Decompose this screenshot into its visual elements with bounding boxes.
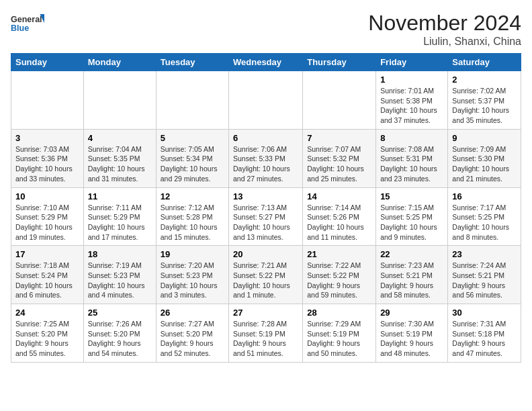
- day-number: 18: [88, 249, 152, 259]
- day-detail: Sunrise: 7:31 AM Sunset: 5:18 PM Dayligh…: [452, 319, 517, 359]
- svg-text:Blue: Blue: [11, 24, 29, 33]
- day-detail: Sunrise: 7:09 AM Sunset: 5:30 PM Dayligh…: [452, 144, 517, 184]
- day-number: 22: [380, 249, 443, 259]
- page-header: General Blue November 2024 Liulin, Shanx…: [11, 11, 521, 48]
- day-cell: 21Sunrise: 7:22 AM Sunset: 5:22 PM Dayli…: [303, 246, 376, 304]
- day-number: 20: [233, 249, 298, 259]
- weekday-header-row: SundayMondayTuesdayWednesdayThursdayFrid…: [11, 54, 521, 71]
- day-detail: Sunrise: 7:26 AM Sunset: 5:20 PM Dayligh…: [88, 319, 152, 359]
- day-cell: 8Sunrise: 7:08 AM Sunset: 5:31 PM Daylig…: [376, 129, 448, 187]
- logo: General Blue: [11, 11, 44, 38]
- day-cell: 10Sunrise: 7:10 AM Sunset: 5:29 PM Dayli…: [11, 187, 84, 246]
- weekday-header-thursday: Thursday: [303, 54, 376, 71]
- day-number: 29: [380, 308, 443, 318]
- day-detail: Sunrise: 7:03 AM Sunset: 5:36 PM Dayligh…: [15, 144, 79, 184]
- day-cell: 11Sunrise: 7:11 AM Sunset: 5:29 PM Dayli…: [83, 187, 156, 246]
- day-cell: 28Sunrise: 7:29 AM Sunset: 5:19 PM Dayli…: [303, 304, 376, 363]
- day-cell: 9Sunrise: 7:09 AM Sunset: 5:30 PM Daylig…: [448, 129, 521, 187]
- calendar-table: SundayMondayTuesdayWednesdayThursdayFrid…: [11, 53, 521, 363]
- day-number: 2: [452, 75, 517, 85]
- day-number: 25: [88, 308, 152, 318]
- day-cell: 15Sunrise: 7:15 AM Sunset: 5:25 PM Dayli…: [376, 187, 448, 246]
- day-cell: 23Sunrise: 7:24 AM Sunset: 5:21 PM Dayli…: [448, 246, 521, 304]
- day-cell: 19Sunrise: 7:20 AM Sunset: 5:23 PM Dayli…: [156, 246, 228, 304]
- day-number: 8: [380, 133, 443, 143]
- day-cell: [229, 71, 303, 130]
- day-detail: Sunrise: 7:21 AM Sunset: 5:22 PM Dayligh…: [233, 261, 298, 300]
- week-row-2: 3Sunrise: 7:03 AM Sunset: 5:36 PM Daylig…: [11, 129, 521, 187]
- day-cell: 22Sunrise: 7:23 AM Sunset: 5:21 PM Dayli…: [376, 246, 448, 304]
- day-detail: Sunrise: 7:15 AM Sunset: 5:25 PM Dayligh…: [380, 203, 443, 242]
- day-number: 12: [161, 191, 224, 201]
- day-number: 13: [233, 191, 298, 201]
- day-number: 9: [452, 133, 517, 143]
- logo-svg: General Blue: [11, 11, 44, 38]
- day-number: 10: [15, 191, 79, 201]
- day-detail: Sunrise: 7:12 AM Sunset: 5:28 PM Dayligh…: [161, 203, 224, 242]
- day-detail: Sunrise: 7:18 AM Sunset: 5:24 PM Dayligh…: [15, 261, 79, 300]
- day-detail: Sunrise: 7:17 AM Sunset: 5:25 PM Dayligh…: [452, 203, 517, 242]
- day-detail: Sunrise: 7:23 AM Sunset: 5:21 PM Dayligh…: [380, 261, 443, 300]
- day-detail: Sunrise: 7:29 AM Sunset: 5:19 PM Dayligh…: [307, 319, 371, 359]
- day-cell: 12Sunrise: 7:12 AM Sunset: 5:28 PM Dayli…: [156, 187, 228, 246]
- weekday-header-friday: Friday: [376, 54, 448, 71]
- weekday-header-sunday: Sunday: [11, 54, 84, 71]
- weekday-header-tuesday: Tuesday: [156, 54, 228, 71]
- day-cell: 14Sunrise: 7:14 AM Sunset: 5:26 PM Dayli…: [303, 187, 376, 246]
- day-detail: Sunrise: 7:28 AM Sunset: 5:19 PM Dayligh…: [233, 319, 298, 359]
- title-block: November 2024 Liulin, Shanxi, China: [368, 11, 521, 48]
- day-number: 30: [452, 308, 517, 318]
- day-cell: 4Sunrise: 7:04 AM Sunset: 5:35 PM Daylig…: [83, 129, 156, 187]
- day-cell: 16Sunrise: 7:17 AM Sunset: 5:25 PM Dayli…: [448, 187, 521, 246]
- day-detail: Sunrise: 7:04 AM Sunset: 5:35 PM Dayligh…: [88, 144, 152, 184]
- day-number: 23: [452, 249, 517, 259]
- day-cell: 7Sunrise: 7:07 AM Sunset: 5:32 PM Daylig…: [303, 129, 376, 187]
- day-number: 6: [233, 133, 298, 143]
- day-cell: 29Sunrise: 7:30 AM Sunset: 5:19 PM Dayli…: [376, 304, 448, 363]
- day-cell: 6Sunrise: 7:06 AM Sunset: 5:33 PM Daylig…: [229, 129, 303, 187]
- day-number: 16: [452, 191, 517, 201]
- day-detail: Sunrise: 7:05 AM Sunset: 5:34 PM Dayligh…: [161, 144, 224, 184]
- day-number: 26: [161, 308, 224, 318]
- day-number: 21: [307, 249, 371, 259]
- day-number: 14: [307, 191, 371, 201]
- location: Liulin, Shanxi, China: [368, 36, 521, 48]
- day-cell: 27Sunrise: 7:28 AM Sunset: 5:19 PM Dayli…: [229, 304, 303, 363]
- day-cell: 24Sunrise: 7:25 AM Sunset: 5:20 PM Dayli…: [11, 304, 84, 363]
- day-number: 19: [161, 249, 224, 259]
- day-number: 24: [15, 308, 79, 318]
- weekday-header-monday: Monday: [83, 54, 156, 71]
- day-number: 7: [307, 133, 371, 143]
- day-detail: Sunrise: 7:27 AM Sunset: 5:20 PM Dayligh…: [161, 319, 224, 359]
- day-detail: Sunrise: 7:01 AM Sunset: 5:38 PM Dayligh…: [380, 86, 443, 126]
- day-cell: 17Sunrise: 7:18 AM Sunset: 5:24 PM Dayli…: [11, 246, 84, 304]
- day-cell: 3Sunrise: 7:03 AM Sunset: 5:36 PM Daylig…: [11, 129, 84, 187]
- day-number: 4: [88, 133, 152, 143]
- day-detail: Sunrise: 7:24 AM Sunset: 5:21 PM Dayligh…: [452, 261, 517, 300]
- weekday-header-wednesday: Wednesday: [229, 54, 303, 71]
- day-cell: 13Sunrise: 7:13 AM Sunset: 5:27 PM Dayli…: [229, 187, 303, 246]
- day-cell: [11, 71, 84, 130]
- day-number: 1: [380, 75, 443, 85]
- day-detail: Sunrise: 7:14 AM Sunset: 5:26 PM Dayligh…: [307, 203, 371, 242]
- month-title: November 2024: [368, 11, 521, 36]
- day-cell: [303, 71, 376, 130]
- day-cell: 30Sunrise: 7:31 AM Sunset: 5:18 PM Dayli…: [448, 304, 521, 363]
- day-number: 17: [15, 249, 79, 259]
- day-cell: [83, 71, 156, 130]
- day-cell: 25Sunrise: 7:26 AM Sunset: 5:20 PM Dayli…: [83, 304, 156, 363]
- week-row-3: 10Sunrise: 7:10 AM Sunset: 5:29 PM Dayli…: [11, 187, 521, 246]
- day-detail: Sunrise: 7:30 AM Sunset: 5:19 PM Dayligh…: [380, 319, 443, 359]
- day-cell: 26Sunrise: 7:27 AM Sunset: 5:20 PM Dayli…: [156, 304, 228, 363]
- day-number: 27: [233, 308, 298, 318]
- day-number: 11: [88, 191, 152, 201]
- day-cell: 20Sunrise: 7:21 AM Sunset: 5:22 PM Dayli…: [229, 246, 303, 304]
- day-cell: [156, 71, 228, 130]
- day-detail: Sunrise: 7:19 AM Sunset: 5:23 PM Dayligh…: [88, 261, 152, 300]
- day-detail: Sunrise: 7:08 AM Sunset: 5:31 PM Dayligh…: [380, 144, 443, 184]
- day-detail: Sunrise: 7:06 AM Sunset: 5:33 PM Dayligh…: [233, 144, 298, 184]
- day-number: 28: [307, 308, 371, 318]
- day-number: 15: [380, 191, 443, 201]
- day-detail: Sunrise: 7:10 AM Sunset: 5:29 PM Dayligh…: [15, 203, 79, 242]
- day-detail: Sunrise: 7:13 AM Sunset: 5:27 PM Dayligh…: [233, 203, 298, 242]
